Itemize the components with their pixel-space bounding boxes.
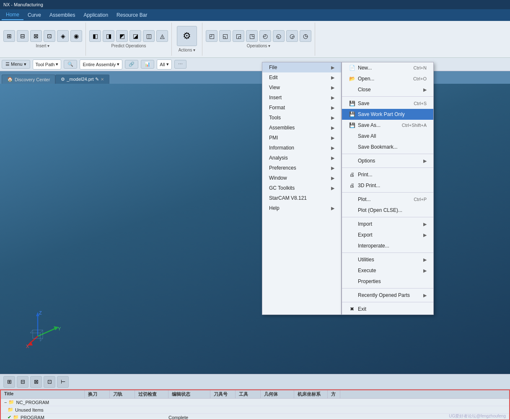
file-save-bookmark[interactable]: Save Bookmark... (342, 142, 433, 152)
predict-icon-2[interactable]: ◨ (103, 30, 114, 42)
extra-btn[interactable]: ⋯ (174, 60, 186, 69)
menuitem-file[interactable]: File ▶ (262, 62, 341, 72)
menuitem-help[interactable]: Help ▶ (262, 203, 341, 213)
menuitem-analysis[interactable]: Analysis ▶ (262, 153, 341, 163)
menu-button[interactable]: ☰ Menu ▾ (2, 60, 30, 69)
op-icon-1[interactable]: ◰ (206, 30, 217, 42)
bt-btn-3[interactable]: ⊠ (30, 376, 42, 388)
insert-icon-5[interactable]: ◈ (57, 30, 69, 42)
insert-label: Insert ▾ (36, 44, 50, 48)
file-save-all[interactable]: Save All (342, 131, 433, 142)
menuitem-format[interactable]: Format ▶ (262, 103, 341, 113)
file-utilities[interactable]: Utilities ▶ (342, 254, 433, 265)
predict-icon-5[interactable]: ◫ (143, 30, 155, 42)
predict-icons: ◧ ◨ ◩ ◪ ◫ ◬ (89, 30, 168, 42)
col-title: Title (1, 390, 85, 398)
op-icon-8[interactable]: ◷ (300, 30, 311, 42)
tool-path-dropdown[interactable]: Tool Path ▾ (33, 59, 62, 70)
exit-icon: ✖ (349, 306, 355, 312)
menuitem-view[interactable]: View ▶ (262, 82, 341, 93)
tab-discovery-center[interactable]: 🏠 Discovery Center (2, 75, 55, 84)
bt-btn-2[interactable]: ⊟ (17, 376, 28, 388)
file-save[interactable]: 💾 Save Ctrl+S (342, 98, 433, 109)
open-shortcut: Ctrl+O (413, 76, 427, 81)
op-icon-4[interactable]: ◳ (246, 30, 258, 42)
tree-row-program[interactable]: ✔ 📁 PROGRAM Complete (1, 414, 509, 420)
file-open[interactable]: 📂 Open... Ctrl+O (342, 73, 433, 84)
menuitem-assemblies[interactable]: Assemblies ▶ (262, 123, 341, 133)
tree-row-nc[interactable]: − 📁 NC_PROGRAM (1, 399, 509, 406)
file-3d-print[interactable]: 🖨 3D Print... (342, 180, 433, 191)
insert-icon-4[interactable]: ⊡ (44, 30, 55, 42)
bottom-toolbar: ⊞ ⊟ ⊠ ⊡ ⊢ (0, 374, 510, 389)
file-exit[interactable]: ✖ Exit (342, 304, 433, 314)
exit-label: Exit (358, 306, 427, 312)
file-plot-open[interactable]: Plot (Open CLSE)... (342, 205, 433, 216)
op-icon-7[interactable]: ◶ (286, 30, 298, 42)
sep-4 (342, 192, 433, 193)
predict-icon-6[interactable]: ◬ (156, 30, 168, 42)
file-save-as[interactable]: 💾 Save As... Ctrl+Shift+A (342, 120, 433, 131)
assemblies-label: Assemblies (269, 125, 331, 131)
file-properties[interactable]: Properties (342, 276, 433, 287)
menuitem-edit[interactable]: Edit ▶ (262, 72, 341, 82)
bt-btn-1[interactable]: ⊞ (3, 376, 15, 388)
entire-assembly-dropdown[interactable]: Entire Assembly ▾ (80, 59, 122, 70)
predict-icon-3[interactable]: ◩ (116, 30, 128, 42)
file-save-work-part[interactable]: 💾 Save Work Part Only (342, 109, 433, 120)
menu-home[interactable]: Home (2, 10, 23, 20)
tab-icon-discovery: 🏠 (7, 77, 13, 82)
menuitem-tools[interactable]: Tools ▶ (262, 113, 341, 123)
predict-icon-4[interactable]: ◪ (129, 30, 141, 42)
op-icon-5[interactable]: ◴ (259, 30, 271, 42)
menuitem-preferences[interactable]: Preferences ▶ (262, 163, 341, 173)
information-arrow: ▶ (331, 145, 334, 151)
folder-icon-unused: 📁 (8, 407, 13, 412)
file-export[interactable]: Export ▶ (342, 229, 433, 240)
bt-btn-5[interactable]: ⊢ (57, 376, 69, 388)
insert-icon-3[interactable]: ⊠ (30, 30, 42, 42)
actions-big-icon[interactable]: ⚙ (177, 26, 197, 46)
file-print[interactable]: 🖨 Print... (342, 169, 433, 180)
menu-resource-bar[interactable]: Resource Bar (112, 10, 151, 20)
file-new[interactable]: 📄 New... Ctrl+N (342, 62, 433, 73)
utilities-label: Utilities (358, 257, 423, 263)
chart-icon-btn[interactable]: 📊 (141, 60, 154, 69)
insert-icon-2[interactable]: ⊟ (17, 30, 28, 42)
op-icon-2[interactable]: ◱ (219, 30, 231, 42)
all-arrow: ▾ (166, 62, 169, 67)
file-interoperate[interactable]: Interoperate... (342, 240, 433, 251)
file-execute[interactable]: Execute ▶ (342, 265, 433, 276)
menuitem-window[interactable]: Window ▶ (262, 173, 341, 183)
menuitem-starcam[interactable]: StarCAM V8.121 (262, 193, 341, 203)
menu-assemblies[interactable]: Assemblies (45, 10, 79, 20)
predict-icon-1[interactable]: ◧ (89, 30, 101, 42)
main-toolbar: ⊞ ⊟ ⊠ ⊡ ◈ ◉ Insert ▾ ◧ ◨ ◩ ◪ ◫ ◬ Predict… (0, 21, 510, 58)
bt-btn-4[interactable]: ⊡ (44, 376, 55, 388)
insert-icon-6[interactable]: ◉ (70, 30, 82, 42)
menuitem-gc-toolkits[interactable]: GC Toolkits ▶ (262, 183, 341, 193)
all-dropdown[interactable]: All ▾ (157, 59, 171, 70)
insert-icon-1[interactable]: ⊞ (3, 30, 15, 42)
svg-text:Z: Z (39, 310, 42, 315)
tab-close-model[interactable]: ✕ (101, 77, 104, 82)
expand-icon-nc[interactable]: − (4, 400, 7, 405)
file-close[interactable]: Close ▶ (342, 84, 433, 95)
menuitem-insert[interactable]: Insert ▶ (262, 93, 341, 103)
menuitem-pmi[interactable]: PMI ▶ (262, 133, 341, 143)
save-icon: 💾 (349, 100, 355, 107)
filter-icon-btn[interactable]: 🔍 (64, 60, 77, 69)
op-icon-3[interactable]: ◲ (233, 30, 244, 42)
menuitem-information[interactable]: Information ▶ (262, 143, 341, 153)
file-import[interactable]: Import ▶ (342, 219, 433, 229)
menu-application[interactable]: Application (79, 10, 112, 20)
file-plot[interactable]: Plot... Ctrl+P (342, 194, 433, 205)
file-options[interactable]: Options ▶ (342, 155, 433, 166)
link-icon-btn[interactable]: 🔗 (125, 60, 138, 69)
tree-row-unused[interactable]: 📁 Unused Items (1, 406, 509, 414)
menu-curve[interactable]: Curve (23, 10, 45, 20)
tab-model24[interactable]: ⚙ _model24.prt ✎ ✕ (55, 75, 109, 84)
3d-print-label: 3D Print... (358, 183, 427, 188)
op-icon-6[interactable]: ◵ (273, 30, 285, 42)
file-recently-opened[interactable]: Recently Opened Parts ▶ (342, 290, 433, 301)
